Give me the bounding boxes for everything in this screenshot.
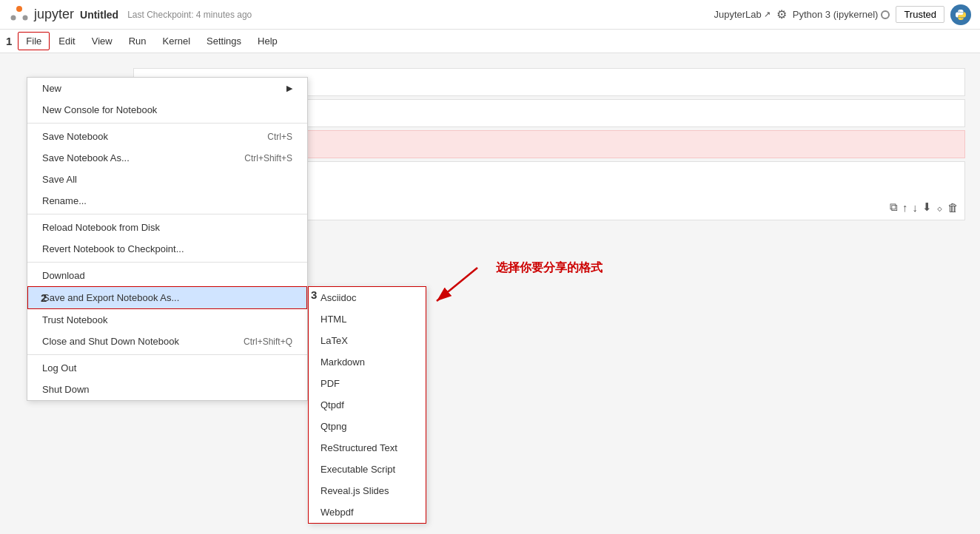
save-notebook-label: Save Notebook xyxy=(42,131,108,142)
top-bar-right: JupyterLab ↗ ⚙ Python 3 (ipykernel) Trus… xyxy=(714,4,971,25)
menu-kernel[interactable]: Kernel xyxy=(155,33,198,50)
step3-badge: 3 xyxy=(311,288,317,301)
export-executable[interactable]: Executable Script xyxy=(309,459,426,480)
svg-point-1 xyxy=(23,15,28,20)
menu-save-export[interactable]: Save and Export Notebook As... xyxy=(27,286,307,309)
close-shutdown-shortcut: Ctrl+Shift+Q xyxy=(244,337,292,347)
svg-line-4 xyxy=(437,268,477,301)
divider-1 xyxy=(27,123,307,124)
export-webpdf[interactable]: Webpdf xyxy=(309,501,426,523)
export-qtpdf[interactable]: Qtpdf xyxy=(309,394,426,416)
menu-logout[interactable]: Log Out xyxy=(27,357,307,379)
download-label: Download xyxy=(42,270,85,281)
python-icon xyxy=(950,4,971,25)
export-asciidoc[interactable]: Asciidoc xyxy=(309,287,426,308)
checkpoint-info: Last Checkpoint: 4 minutes ago xyxy=(127,10,252,20)
save-all-label: Save All xyxy=(42,174,77,185)
export-revealjs[interactable]: Reveal.js Slides xyxy=(309,480,426,501)
divider-3 xyxy=(27,262,307,263)
menu-view[interactable]: View xyxy=(84,33,120,50)
menu-save-export-row: 2 Save and Export Notebook As... xyxy=(27,286,307,309)
divider-2 xyxy=(27,214,307,214)
export-pdf[interactable]: PDF xyxy=(309,373,426,394)
kernel-status-circle xyxy=(881,10,890,19)
step2-badge: 2 xyxy=(41,291,47,304)
save-notebook-shortcut: Ctrl+S xyxy=(267,132,292,142)
menu-new-console[interactable]: New Console for Notebook xyxy=(27,99,307,121)
save-notebook-as-shortcut: Ctrl+Shift+S xyxy=(244,153,292,163)
menu-save-all[interactable]: Save All xyxy=(27,169,307,190)
export-html[interactable]: HTML xyxy=(309,308,426,330)
menu-bar: 1 File Edit View Run Kernel Settings Hel… xyxy=(0,30,980,53)
menu-revert[interactable]: Revert Notebook to Checkpoint... xyxy=(27,238,307,260)
revert-label: Revert Notebook to Checkpoint... xyxy=(42,243,184,254)
export-latex[interactable]: LaTeX xyxy=(309,330,426,351)
menu-edit[interactable]: Edit xyxy=(51,33,82,50)
menu-run[interactable]: Run xyxy=(121,33,154,50)
cell-download-icon[interactable]: ⬇ xyxy=(922,200,932,214)
menu-shutdown[interactable]: Shut Down xyxy=(27,379,307,400)
menu-reload[interactable]: Reload Notebook from Disk xyxy=(27,217,307,238)
cell-down-icon[interactable]: ↓ xyxy=(913,201,919,214)
step1-badge: 1 xyxy=(6,35,12,47)
annotation-arrow xyxy=(415,253,503,312)
export-markdown[interactable]: Markdown xyxy=(309,351,426,373)
svg-point-0 xyxy=(16,6,22,12)
top-bar: jupyter Untitled Last Checkpoint: 4 minu… xyxy=(0,0,980,30)
menu-save-notebook-as[interactable]: Save Notebook As... Ctrl+Shift+S xyxy=(27,147,307,169)
save-notebook-as-label: Save Notebook As... xyxy=(42,152,130,163)
new-arrow-icon: ▶ xyxy=(286,84,292,93)
trusted-button[interactable]: Trusted xyxy=(896,6,944,23)
notebook-title: Untitled xyxy=(80,9,118,21)
logo-text: jupyter xyxy=(34,7,74,22)
cell-merge-icon[interactable]: ⬦ xyxy=(936,201,943,214)
new-console-label: New Console for Notebook xyxy=(42,104,157,115)
file-dropdown: New ▶ New Console for Notebook Save Note… xyxy=(27,77,308,401)
rename-label: Rename... xyxy=(42,195,87,206)
shutdown-label: Shut Down xyxy=(42,384,90,395)
close-shutdown-label: Close and Shut Down Notebook xyxy=(42,336,179,347)
export-qtpng[interactable]: Qtpng xyxy=(309,416,426,437)
save-export-label: Save and Export Notebook As... xyxy=(43,292,179,303)
menu-new-label: New xyxy=(42,83,61,94)
reload-label: Reload Notebook from Disk xyxy=(42,222,160,233)
cell-up-icon[interactable]: ↑ xyxy=(902,201,908,214)
menu-save-notebook[interactable]: Save Notebook Ctrl+S xyxy=(27,126,307,147)
menu-close-shutdown[interactable]: Close and Shut Down Notebook Ctrl+Shift+… xyxy=(27,331,307,352)
external-link-icon: ↗ xyxy=(764,10,771,19)
main-area: ⧉ ↑ ↓ ⬇ ⬦ 🗑 New ▶ New Console for Notebo… xyxy=(0,53,980,534)
menu-new[interactable]: New ▶ xyxy=(27,78,307,99)
jupyter-logo: jupyter xyxy=(9,4,74,25)
menu-trust[interactable]: Trust Notebook xyxy=(27,309,307,331)
annotation-text: 选择你要分享的格式 xyxy=(496,260,603,276)
cell-delete-icon[interactable]: 🗑 xyxy=(947,201,959,214)
kernel-info: Python 3 (ipykernel) xyxy=(793,9,890,20)
jupyterlab-link[interactable]: JupyterLab ↗ xyxy=(714,9,770,20)
settings-icon[interactable]: ⚙ xyxy=(776,7,787,21)
menu-help[interactable]: Help xyxy=(250,33,285,50)
menu-download[interactable]: Download xyxy=(27,265,307,286)
trust-label: Trust Notebook xyxy=(42,314,107,325)
divider-4 xyxy=(27,354,307,355)
export-restructured[interactable]: ReStructured Text xyxy=(309,437,426,459)
logout-label: Log Out xyxy=(42,362,76,374)
menu-settings[interactable]: Settings xyxy=(199,33,249,50)
svg-point-2 xyxy=(11,15,16,20)
export-submenu: Asciidoc HTML LaTeX Markdown PDF Qtpdf Q… xyxy=(308,286,426,524)
menu-rename[interactable]: Rename... xyxy=(27,190,307,212)
menu-file[interactable]: File xyxy=(18,32,50,50)
cell-copy-icon[interactable]: ⧉ xyxy=(890,200,898,214)
